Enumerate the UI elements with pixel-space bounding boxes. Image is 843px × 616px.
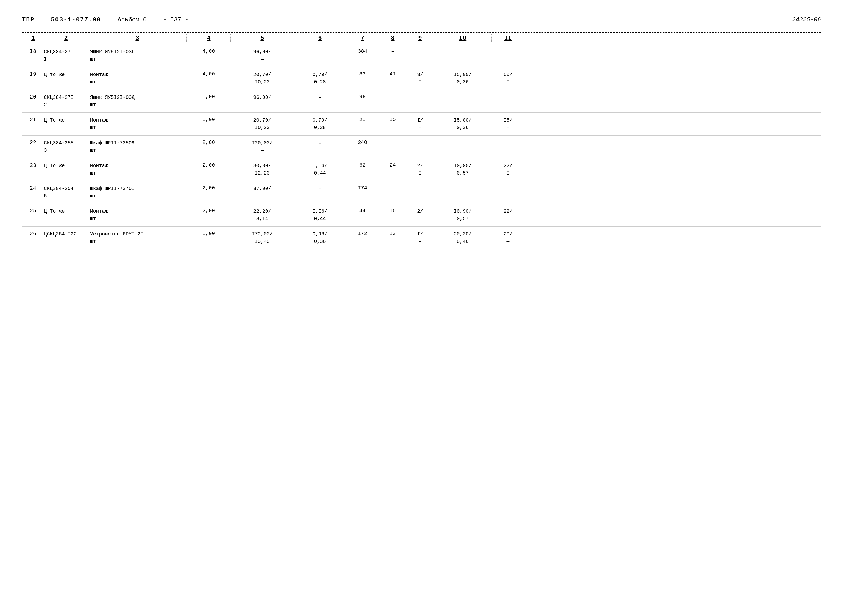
row-col7: 44	[346, 208, 379, 214]
row-num: 20	[22, 94, 44, 100]
row-col7: I74	[346, 185, 379, 191]
table-row: 22СКЦ384-255 3Шкаф ШРII-73509 шт2,00I20,…	[22, 136, 821, 158]
row-col5: I20,00/ —	[231, 139, 294, 154]
row-qty: 2,00	[187, 162, 231, 168]
row-desc: Ящик ЯУ5I2I-ОЗГ шт	[88, 48, 187, 63]
row-col5: 20,70/ IO,20	[231, 71, 294, 86]
col-header-5: 5	[231, 34, 294, 42]
row-num: 22	[22, 139, 44, 146]
row-col10: 20,30/ 0,46	[434, 230, 491, 245]
row-col6: I,I6/ 0,44	[294, 208, 346, 223]
col-header-2: 2	[44, 34, 88, 42]
row-col10: I5,00/ 0,36	[434, 117, 491, 131]
row-col8: IO	[379, 117, 406, 123]
row-col5: 96,00/ —	[231, 94, 294, 109]
row-code: СКЦ384-254 5	[44, 185, 88, 200]
row-qty: 4,00	[187, 71, 231, 77]
row-col8: I3	[379, 230, 406, 236]
row-col5: 96,00/ —	[231, 48, 294, 63]
row-num: I9	[22, 71, 44, 78]
row-code: СКЦ384-27I 2	[44, 94, 88, 109]
row-code: Ц То же	[44, 117, 88, 124]
col-header-8: 8	[379, 34, 406, 42]
row-code: ЦСКЦ384-I22	[44, 230, 88, 238]
row-col7: 96	[346, 94, 379, 100]
row-num: 25	[22, 208, 44, 214]
table-row: 2IЦ То жеМонтаж штI,0020,70/ IO,200,79/ …	[22, 113, 821, 136]
row-col8: I6	[379, 208, 406, 214]
row-col7: 2I	[346, 117, 379, 123]
row-qty: I,00	[187, 117, 231, 123]
column-headers: 1 2 3 4 5 6 7 8 9 IO II	[22, 32, 821, 44]
row-num: 26	[22, 230, 44, 237]
row-qty: 4,00	[187, 48, 231, 54]
row-col5: 30,80/ I2,20	[231, 162, 294, 177]
row-desc: Шкаф ШРII-73509 шт	[88, 139, 187, 154]
header-album: Альбом 6	[118, 16, 147, 23]
table-body: I8СКЦ384-27I IЯщик ЯУ5I2I-ОЗГ шт4,0096,0…	[22, 44, 821, 249]
row-col6: –	[294, 185, 346, 192]
row-code: Ц То же	[44, 208, 88, 215]
table-row: 25Ц То жеМонтаж шт2,0022,20/ 8,I4I,I6/ 0…	[22, 204, 821, 227]
table-row: 26ЦСКЦ384-I22Устройство ВРУI-2I штI,00I7…	[22, 227, 821, 249]
row-num: 2I	[22, 117, 44, 123]
row-col10: I0,90/ 0,57	[434, 162, 491, 177]
row-desc: Монтаж шт	[88, 71, 187, 86]
row-col8: 24	[379, 162, 406, 168]
col-header-4: 4	[187, 34, 231, 42]
row-desc: Шкаф ШРII-7370I шт	[88, 185, 187, 200]
row-desc: Монтаж шт	[88, 117, 187, 131]
row-desc: Устройство ВРУI-2I шт	[88, 230, 187, 245]
row-col6: –	[294, 48, 346, 56]
row-col6: I,I6/ 0,44	[294, 162, 346, 177]
row-col6: 0,79/ 0,28	[294, 71, 346, 86]
row-col9: I/ –	[406, 230, 434, 245]
row-col5: 87,00/ —	[231, 185, 294, 200]
header-code: 503-1-077.90	[51, 16, 101, 23]
page-header: ТПР 503-1-077.90 Альбом 6 - I37 - 24325-…	[22, 16, 821, 23]
row-col7: 384	[346, 48, 379, 54]
row-code: СКЦ384-27I I	[44, 48, 88, 63]
table-row: 23Ц То жеМонтаж шт2,0030,80/ I2,20I,I6/ …	[22, 158, 821, 181]
row-col11: 20/ —	[491, 230, 524, 245]
row-col5: 20,70/ IO,20	[231, 117, 294, 131]
row-col7: 83	[346, 71, 379, 77]
row-desc: Ящик ЯУ5I2I-ОЗД шт	[88, 94, 187, 109]
row-code: Ц то же	[44, 71, 88, 78]
row-qty: 2,00	[187, 185, 231, 191]
row-col8: –	[379, 48, 406, 54]
header-divider	[22, 29, 821, 29]
col-header-9: 9	[406, 34, 434, 42]
col-header-6: 6	[294, 34, 346, 42]
col-header-7: 7	[346, 34, 379, 42]
row-col7: 62	[346, 162, 379, 168]
row-col10: I0,90/ 0,57	[434, 208, 491, 223]
row-col7: I72	[346, 230, 379, 236]
row-col7: 240	[346, 139, 379, 145]
row-code: Ц То же	[44, 162, 88, 170]
row-col10: I5,00/ 0,36	[434, 71, 491, 86]
table-row: 24СКЦ384-254 5Шкаф ШРII-7370I шт2,0087,0…	[22, 181, 821, 204]
row-num: 24	[22, 185, 44, 191]
row-col11: 22/ I	[491, 162, 524, 177]
col-header-3: 3	[88, 34, 187, 42]
row-qty: 2,00	[187, 139, 231, 145]
col-header-11: II	[491, 34, 524, 42]
row-col6: 0,98/ 0,36	[294, 230, 346, 245]
row-num: I8	[22, 48, 44, 54]
table-row: I8СКЦ384-27I IЯщик ЯУ5I2I-ОЗГ шт4,0096,0…	[22, 44, 821, 67]
header-num: - I37 -	[163, 16, 188, 23]
table-row: I9Ц то жеМонтаж шт4,0020,70/ IO,200,79/ …	[22, 67, 821, 90]
row-col5: 22,20/ 8,I4	[231, 208, 294, 223]
row-col6: 0,79/ 0,28	[294, 117, 346, 131]
row-qty: 2,00	[187, 208, 231, 214]
header-doc-code: 24325-06	[792, 16, 821, 23]
row-desc: Монтаж шт	[88, 208, 187, 223]
header-prefix: ТПР	[22, 16, 35, 23]
row-col11: 60/ I	[491, 71, 524, 86]
row-col6: –	[294, 139, 346, 147]
row-col9: 2/ I	[406, 208, 434, 223]
row-qty: I,00	[187, 230, 231, 236]
row-col5: I72,00/ I3,40	[231, 230, 294, 245]
row-qty: I,00	[187, 94, 231, 100]
